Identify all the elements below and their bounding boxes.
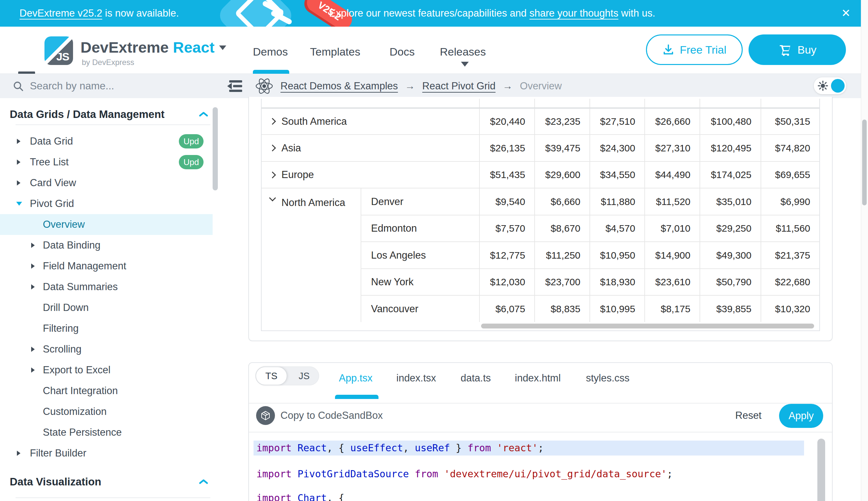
sidebar-item-data-binding[interactable]: Data Binding bbox=[0, 235, 213, 256]
pivot-row-south-america[interactable]: South America bbox=[262, 108, 479, 134]
expand-arrow-icon[interactable] bbox=[31, 264, 35, 269]
expand-arrow-icon[interactable] bbox=[17, 180, 20, 185]
chevron-right-icon[interactable] bbox=[269, 145, 276, 151]
language-toggle[interactable]: TS JS bbox=[255, 366, 319, 385]
expand-arrow-icon[interactable] bbox=[31, 367, 35, 373]
pivot-value-cell: $9,540 bbox=[479, 188, 534, 215]
releases-caret-icon bbox=[461, 62, 469, 67]
pivot-row-north-america[interactable]: North America bbox=[262, 188, 361, 322]
app-header: JS DevExtreme React by DevExpress Demos … bbox=[0, 26, 861, 74]
pivot-value-cell: $12,030 bbox=[479, 268, 534, 295]
pivot-value-cell: $11,520 bbox=[644, 188, 700, 215]
theme-toggle-knob[interactable] bbox=[831, 79, 845, 93]
sidebar-item-tree-list[interactable]: Tree ListUpd bbox=[0, 152, 213, 172]
sidebar-item-label: Pivot Grid bbox=[30, 198, 74, 210]
pivot-row-asia[interactable]: Asia bbox=[262, 134, 479, 161]
sidebar-item-filtering[interactable]: Filtering bbox=[0, 318, 213, 339]
chevron-down-icon[interactable] bbox=[269, 195, 276, 201]
nav-templates[interactable]: Templates bbox=[310, 45, 360, 58]
code-token: React bbox=[297, 442, 327, 454]
language-toggle-ts[interactable]: TS bbox=[255, 366, 287, 385]
devextreme-js-logo[interactable]: JS bbox=[44, 36, 73, 65]
sidebar-item-filter-builder[interactable]: Filter Builder bbox=[0, 443, 213, 463]
reset-button[interactable]: Reset bbox=[735, 403, 761, 428]
sidebar-item-card-view[interactable]: Card View bbox=[0, 172, 213, 193]
tab-data-ts[interactable]: data.ts bbox=[461, 372, 491, 384]
sidebar-section-data-visualization[interactable]: Data Visualization bbox=[0, 471, 213, 492]
nav-docs[interactable]: Docs bbox=[389, 45, 415, 58]
pivot-value-cell: $4,570 bbox=[590, 215, 644, 242]
sidebar-item-scrolling[interactable]: Scrolling bbox=[0, 339, 213, 360]
sidebar-item-overview[interactable]: Overview bbox=[0, 214, 213, 235]
codesandbox-icon[interactable] bbox=[256, 406, 275, 425]
pivot-value-cell: $35,010 bbox=[700, 188, 760, 215]
expand-arrow-icon[interactable] bbox=[31, 284, 35, 289]
tab-styles-css[interactable]: styles.css bbox=[586, 372, 629, 384]
pivot-value-cell: $39,475 bbox=[534, 134, 590, 161]
pivot-hscroll-track[interactable] bbox=[479, 322, 819, 330]
page-scrollbar[interactable] bbox=[861, 0, 868, 501]
copy-to-codesandbox-button[interactable]: Copy to CodeSandBox bbox=[281, 403, 383, 428]
sidebar-scrollbar[interactable] bbox=[213, 107, 218, 190]
sidebar-item-data-summaries[interactable]: Data Summaries bbox=[0, 277, 213, 297]
sidebar-item-field-management[interactable]: Field Management bbox=[0, 256, 213, 277]
pivot-value-cell: $27,310 bbox=[644, 134, 700, 161]
free-trial-button[interactable]: Free Trial bbox=[646, 34, 743, 65]
chevron-up-icon bbox=[199, 111, 208, 118]
apply-button[interactable]: Apply bbox=[779, 404, 823, 428]
sidebar-item-label: Data Summaries bbox=[43, 281, 118, 293]
collapse-sidebar-icon[interactable] bbox=[227, 79, 243, 93]
clipped-header-cell bbox=[590, 99, 644, 108]
brand-title[interactable]: DevExtreme React bbox=[80, 38, 226, 56]
pivot-value-cell: $27,510 bbox=[590, 108, 644, 134]
pivot-city-new-york: New York bbox=[361, 268, 479, 295]
sidebar-item-pivot-grid[interactable]: Pivot Grid bbox=[0, 193, 213, 214]
expand-arrow-icon[interactable] bbox=[17, 451, 20, 456]
expand-arrow-icon[interactable] bbox=[17, 160, 20, 165]
theme-toggle[interactable] bbox=[814, 77, 846, 94]
pivot-value-cell: $51,435 bbox=[479, 161, 534, 188]
sidebar-item-drill-down[interactable]: Drill Down bbox=[0, 297, 213, 318]
region-label: South America bbox=[282, 116, 347, 127]
breadcrumb-current: Overview bbox=[520, 80, 562, 92]
tab-index-html[interactable]: index.html bbox=[515, 372, 561, 384]
breadcrumb-demos-examples[interactable]: React Demos & Examples bbox=[281, 80, 398, 92]
banner-center-post: with us. bbox=[618, 8, 655, 19]
language-toggle-js[interactable]: JS bbox=[292, 367, 316, 385]
banner-close-icon[interactable]: ✕ bbox=[836, 0, 856, 26]
framework-caret-icon bbox=[219, 45, 226, 50]
nav-releases[interactable]: Releases bbox=[440, 45, 486, 58]
nav-demos[interactable]: Demos bbox=[253, 45, 288, 58]
search-input[interactable]: Search by name... bbox=[30, 74, 114, 98]
sidebar-item-export-to-excel[interactable]: Export to Excel bbox=[0, 360, 213, 381]
page-scrollbar-thumb[interactable] bbox=[862, 119, 867, 205]
code-editor[interactable]: import React, { useEffect, useRef } from… bbox=[249, 433, 817, 501]
tab-app-tsx[interactable]: App.tsx bbox=[339, 372, 372, 384]
pivot-value-cell: $44,490 bbox=[644, 161, 700, 188]
pivot-value-cell: $8,175 bbox=[644, 295, 700, 322]
pivot-value-cell: $23,235 bbox=[534, 108, 590, 134]
banner-version-link[interactable]: DevExtreme v25.2 bbox=[20, 8, 102, 19]
collapse-arrow-icon[interactable] bbox=[16, 202, 22, 206]
expand-arrow-icon[interactable] bbox=[31, 347, 35, 352]
buy-button[interactable]: Buy bbox=[749, 34, 846, 65]
chevron-right-icon[interactable] bbox=[269, 118, 276, 125]
tab-index-tsx[interactable]: index.tsx bbox=[396, 372, 436, 384]
share-your-thoughts-link[interactable]: share your thoughts bbox=[529, 8, 618, 19]
code-scrollbar[interactable] bbox=[817, 439, 825, 501]
pivot-hscroll-thumb[interactable] bbox=[481, 323, 814, 329]
pivot-city-los-angeles: Los Angeles bbox=[361, 242, 479, 268]
section-title: Data Visualization bbox=[10, 476, 101, 488]
sidebar-item-data-grid[interactable]: Data GridUpd bbox=[0, 131, 213, 152]
expand-arrow-icon[interactable] bbox=[17, 139, 20, 144]
sidebar-section-data-grids[interactable]: Data Grids / Data Management bbox=[0, 104, 213, 125]
pivot-value-cell: $11,880 bbox=[590, 188, 644, 215]
sidebar-item-state-persistence[interactable]: State Persistence bbox=[0, 422, 213, 443]
pivot-row-europe[interactable]: Europe bbox=[262, 161, 479, 188]
expand-arrow-icon[interactable] bbox=[31, 243, 35, 248]
breadcrumb-pivot-grid[interactable]: React Pivot Grid bbox=[422, 80, 496, 92]
pivot-value-cell: $11,560 bbox=[760, 215, 819, 242]
sidebar-item-customization[interactable]: Customization bbox=[0, 401, 213, 422]
chevron-right-icon[interactable] bbox=[269, 171, 276, 178]
sidebar-item-chart-integration[interactable]: Chart Integration bbox=[0, 381, 213, 401]
